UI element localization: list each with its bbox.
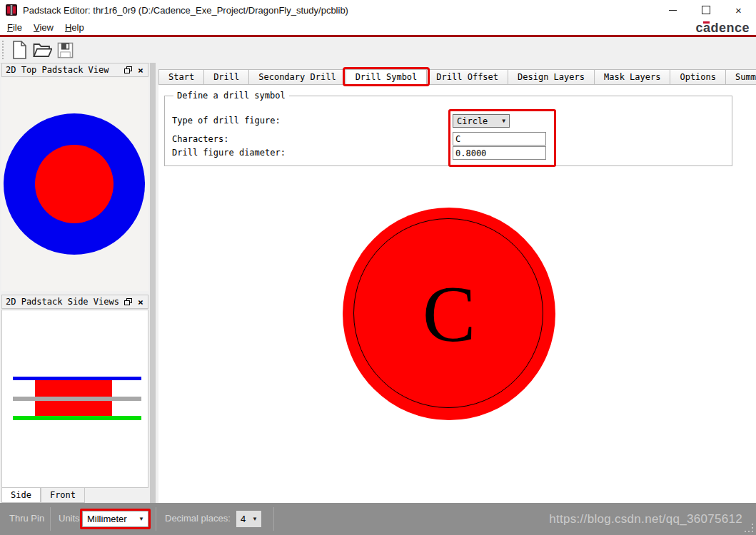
tab-mask-layers[interactable]: Mask Layers [594,69,670,85]
tab-drill-symbol[interactable]: Drill Symbol [346,69,428,85]
cadence-logo: cadence [695,21,750,35]
top-view-close-button[interactable]: × [135,64,146,76]
pin-type-label: Thru Pin [9,513,44,524]
dock-float-icon [124,298,132,306]
side-views-panel-title: 2D Padstack Side Views [2,297,122,307]
close-button[interactable]: × [722,0,755,20]
toolbar [0,37,756,63]
toolbar-grip[interactable] [2,41,6,59]
drill-figure-type-dropdown[interactable]: Circle ▼ [453,114,510,128]
drill-figure-diameter-label: Drill figure diameter: [172,148,286,158]
side-view-top-layer-line [13,377,141,380]
side-view-canvas [1,310,148,488]
tab-summary[interactable]: Summary [725,69,756,85]
group-title: Define a drill symbol [173,91,289,101]
menu-help[interactable]: Help [61,22,89,33]
tab-start[interactable]: Start [158,69,204,85]
side-view-tab-side[interactable]: Side [1,488,41,503]
chevron-down-icon: ▼ [138,516,144,522]
tab-options[interactable]: Options [670,69,726,85]
decimal-places-label: Decimal places: [165,513,231,524]
statusbar-separator [50,507,51,531]
tab-design-layers[interactable]: Design Layers [508,69,595,85]
decimal-places-dropdown[interactable]: 4 ▼ [236,511,261,527]
units-label: Units: [59,513,82,524]
menu-bar: File View Help [0,20,756,35]
statusbar-separator [273,507,274,531]
minimize-button[interactable] [657,0,689,20]
tab-secondary-drill[interactable]: Secondary Drill [248,69,346,85]
side-views-panel-header: 2D Padstack Side Views × [1,295,148,309]
open-file-button[interactable] [31,39,53,61]
panel-splitter[interactable] [150,63,156,503]
top-padstack-canvas [1,78,148,291]
resize-grip[interactable] [746,525,753,532]
pad-inner-red-circle [35,145,114,223]
define-drill-symbol-group: Define a drill symbol Type of drill figu… [164,96,732,166]
status-bar: Thru Pin Units: Millimeter ▼ Decimal pla… [0,503,756,535]
side-view-tab-front[interactable]: Front [41,488,85,503]
save-button[interactable] [54,39,76,61]
top-view-float-button[interactable] [122,64,133,76]
characters-input[interactable] [453,132,546,146]
top-view-panel-header: 2D Top Padstack View × [1,63,148,77]
drill-symbol-character: C [343,208,555,420]
top-view-panel-title: 2D Top Padstack View [2,65,122,75]
window-title: Padstack Editor: thr1r6_0r9 (D:/Cadence_… [23,5,348,16]
side-view-mid-layer-line [13,397,141,401]
save-icon [57,42,74,58]
watermark-url: https://blog.csdn.net/qq_36075612 [549,512,742,526]
side-views-float-button[interactable] [122,296,133,307]
tab-drill[interactable]: Drill [203,69,249,85]
type-of-drill-figure-label: Type of drill figure: [172,116,281,126]
app-icon [6,4,17,16]
side-views-close-button[interactable]: × [135,296,146,307]
page-tabs: Start Drill Secondary Drill Drill Symbol… [158,69,756,85]
chevron-down-icon: ▼ [502,118,505,124]
maximize-icon [702,6,710,14]
tab-drill-offset[interactable]: Drill Offset [426,69,508,85]
cadence-logo-bar [703,21,710,24]
menu-file[interactable]: File [3,22,26,33]
drill-symbol-preview: C [343,208,555,420]
side-view-bottom-layer-line [13,416,141,420]
units-dropdown[interactable]: Millimeter ▼ [82,511,148,527]
menu-view[interactable]: View [29,22,58,33]
side-view-tabs: Side Front [1,488,85,503]
units-red-annotation-box: Millimeter ▼ [80,509,151,529]
title-bar: Padstack Editor: thr1r6_0r9 (D:/Cadence_… [0,0,756,20]
minimize-icon [669,10,677,11]
characters-label: Characters: [172,134,228,144]
open-folder-icon [33,42,52,58]
statusbar-separator [156,507,156,531]
new-file-icon [11,41,27,59]
maximize-button[interactable] [690,0,722,20]
drill-figure-diameter-input[interactable] [453,146,546,160]
chevron-down-icon: ▼ [252,516,258,522]
new-file-button[interactable] [9,39,30,61]
dock-float-icon [124,66,132,74]
